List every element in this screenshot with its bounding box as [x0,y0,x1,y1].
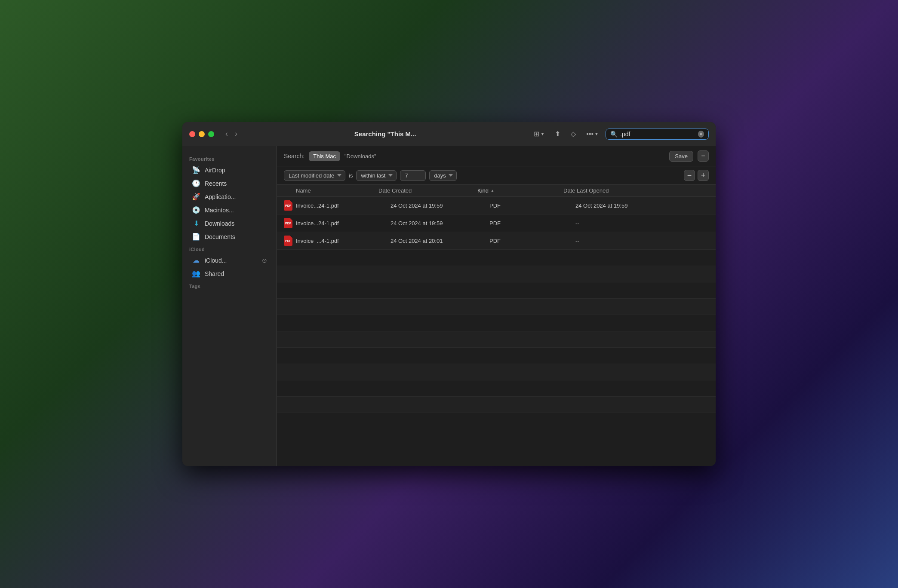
filter-actions: − + [684,170,709,181]
file-date-created-3: 24 Oct 2024 at 20:01 [391,238,443,244]
sidebar: Favourites 📡 AirDrop 🕐 Recents 🚀 Applica… [182,146,277,466]
finder-window: ‹ › Searching "This M... ⊞ ▼ ⬆ ◇ ••• ▼ 🔍… [182,122,716,466]
recents-icon: 🕐 [192,179,200,187]
share-icon: ⬆ [555,130,560,138]
file-table: Name Date Created Kind ▲ Date Last Opene… [277,185,716,466]
file-name-1: Invoice...24-1.pdf [296,202,339,209]
content-area: Favourites 📡 AirDrop 🕐 Recents 🚀 Applica… [182,146,716,466]
file-name-2: Invoice...24-1.pdf [296,220,339,227]
grid-icon: ⊞ [534,130,539,138]
table-row[interactable]: PDF Invoice...24-1.pdf 24 Oct 2024 at 19… [277,197,716,214]
file-name-3: Invoice_...4-1.pdf [296,238,339,244]
table-row[interactable]: PDF Invoice...24-1.pdf 24 Oct 2024 at 19… [277,214,716,232]
filter-minus-button[interactable]: − [684,170,695,181]
file-kind-3: PDF [489,238,501,244]
toolbar-actions: ⊞ ▼ ⬆ ◇ ••• ▼ 🔍 × [530,128,709,140]
pdf-file-icon-3: PDF [284,236,292,246]
empty-row-9 [277,380,716,397]
scope-this-mac-button[interactable]: This Mac [309,151,340,161]
traffic-lights [189,131,214,137]
file-kind-1: PDF [489,202,501,209]
scope-downloads-button[interactable]: "Downloads" [344,153,376,159]
icloud-status-icon: ⊙ [262,257,267,264]
search-input[interactable] [620,131,695,138]
col-name-header[interactable]: Name [296,187,311,194]
file-date-opened-3: -- [575,238,579,244]
back-button[interactable]: ‹ [223,128,231,140]
sidebar-item-downloads[interactable]: ⬇ Downloads [185,217,274,230]
sidebar-item-label-recents: Recents [205,180,227,187]
sidebar-item-icloud-drive[interactable]: ☁ iCloud... ⊙ [185,254,274,267]
window-title: Searching "This M... [245,130,525,138]
search-box: 🔍 × [606,129,709,140]
icloud-icon: ☁ [192,256,200,264]
icloud-label: iCloud [182,243,277,254]
sidebar-item-documents[interactable]: 📄 Documents [185,230,274,243]
search-label: Search: [284,153,304,159]
save-button[interactable]: Save [669,151,693,162]
pdf-file-icon-1: PDF [284,200,292,211]
sidebar-item-label-applications: Applicatio... [205,193,236,200]
sidebar-item-shared[interactable]: 👥 Shared [185,267,274,280]
file-date-created-1: 24 Oct 2024 at 19:59 [391,202,443,209]
more-icon: ••• [586,130,594,138]
maximize-button[interactable] [208,131,214,137]
view-toggle-button[interactable]: ⊞ ▼ [530,128,548,140]
sort-arrow-icon: ▲ [490,188,495,193]
tag-button[interactable]: ◇ [567,128,579,140]
tags-label: Tags [182,280,277,291]
nav-buttons: ‹ › [223,128,240,140]
tag-icon: ◇ [571,130,576,138]
shared-icon: 👥 [192,270,200,278]
forward-button[interactable]: › [232,128,240,140]
file-date-opened-1: 24 Oct 2024 at 19:59 [575,202,627,209]
main-panel: Search: This Mac "Downloads" Save − Last… [277,146,716,466]
table-row[interactable]: PDF Invoice_...4-1.pdf 24 Oct 2024 at 20… [277,232,716,250]
airdrop-icon: 📡 [192,166,200,174]
sidebar-item-label-downloads: Downloads [205,220,234,227]
filter-is-label: is [349,172,353,179]
downloads-icon: ⬇ [192,219,200,227]
sidebar-item-label-macintosh: Macintos... [205,207,234,214]
filter-condition-select[interactable]: within last [356,170,397,181]
sidebar-item-macintosh[interactable]: 💿 Macintos... [185,203,274,217]
documents-icon: 📄 [192,233,200,241]
minimize-button[interactable] [199,131,205,137]
sidebar-item-applications[interactable]: 🚀 Applicatio... [185,190,274,203]
empty-row-5 [277,315,716,331]
search-icon: 🔍 [610,131,618,138]
sidebar-item-label-documents: Documents [205,233,235,240]
pdf-file-icon-2: PDF [284,218,292,228]
sidebar-item-recents[interactable]: 🕐 Recents [185,177,274,190]
file-date-opened-2: -- [575,220,579,227]
table-header: Name Date Created Kind ▲ Date Last Opene… [277,185,716,197]
sidebar-item-airdrop[interactable]: 📡 AirDrop [185,163,274,177]
save-minus-button[interactable]: − [698,150,709,162]
filter-value-input[interactable] [400,170,426,181]
filter-unit-select[interactable]: days [429,170,457,181]
file-date-created-2: 24 Oct 2024 at 19:59 [391,220,443,227]
empty-row-6 [277,331,716,348]
chevron-down-icon-more: ▼ [594,132,599,136]
titlebar: ‹ › Searching "This M... ⊞ ▼ ⬆ ◇ ••• ▼ 🔍… [182,122,716,146]
filter-row: Last modified date is within last days −… [277,166,716,185]
share-button[interactable]: ⬆ [551,128,564,140]
search-bar: Search: This Mac "Downloads" Save − [277,146,716,166]
close-button[interactable] [189,131,195,137]
search-clear-button[interactable]: × [698,131,704,138]
filter-plus-button[interactable]: + [698,170,709,181]
empty-row-3 [277,282,716,299]
sidebar-item-label-icloud: iCloud... [205,257,227,264]
col-date-created-header[interactable]: Date Created [378,187,477,194]
col-date-opened-header[interactable]: Date Last Opened [563,187,709,194]
applications-icon: 🚀 [192,193,200,201]
sidebar-item-label-airdrop: AirDrop [205,167,225,174]
file-kind-2: PDF [489,220,501,227]
sidebar-item-label-shared: Shared [205,270,224,277]
macintosh-icon: 💿 [192,206,200,214]
favourites-label: Favourites [182,153,277,163]
filter-field-select[interactable]: Last modified date [284,170,345,181]
col-kind-header[interactable]: Kind ▲ [477,187,563,194]
empty-row-7 [277,348,716,364]
more-button[interactable]: ••• ▼ [583,129,602,140]
